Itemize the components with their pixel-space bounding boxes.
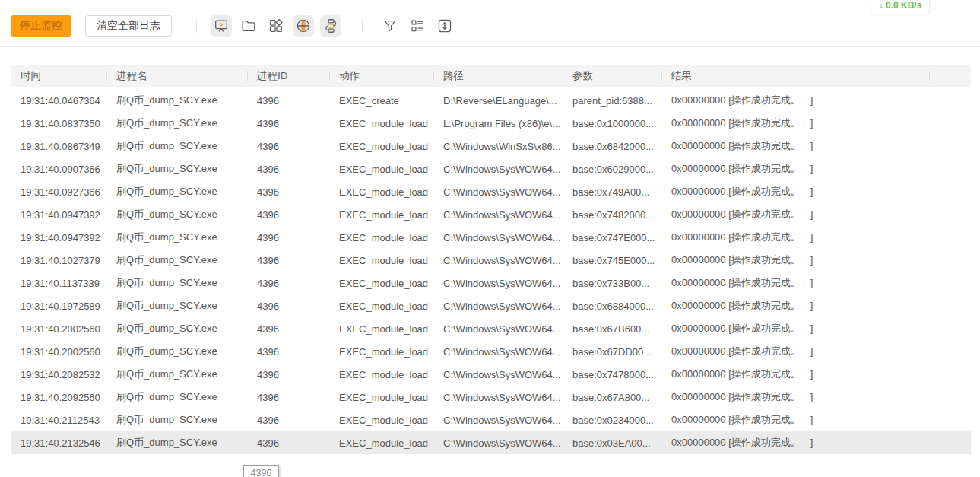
cell-result: 0x00000000 [操作成功完成。 ] [661,162,971,176]
column-header-params[interactable]: 参数 [563,65,661,87]
cell-params: base:0x1000000... [563,118,661,129]
table-row[interactable]: 19:31:40.0467364刷Q币_dump_SCY.exe4396EXEC… [11,89,971,112]
cell-action: EXEC_module_load [329,232,433,243]
table-row[interactable]: 19:31:40.2082532刷Q币_dump_SCY.exe4396EXEC… [11,363,971,386]
cell-action: EXEC_module_load [329,415,433,426]
table-row[interactable]: 19:31:40.2112543刷Q币_dump_SCY.exe4396EXEC… [11,409,971,431]
cell-process: 刷Q币_dump_SCY.exe [106,390,247,404]
table-row[interactable]: 19:31:40.0947392刷Q币_dump_SCY.exe4396EXEC… [11,203,971,226]
cell-pid: 4396 [247,232,329,243]
cell-path: C:\Windows\SysWOW64... [433,369,563,380]
cell-time: 19:31:40.0837350 [11,118,106,129]
cell-params: base:0x67B600... [563,323,661,335]
cell-action: EXEC_module_load [329,323,433,335]
cell-time: 19:31:40.1137339 [11,278,106,289]
cell-pid: 4396 [247,392,329,403]
column-header-filler [929,65,971,87]
cell-process: 刷Q币_dump_SCY.exe [106,208,247,221]
column-header-pid[interactable]: 进程ID [247,65,329,87]
table-row[interactable]: 19:31:40.1027379刷Q币_dump_SCY.exe4396EXEC… [11,249,971,272]
cell-time: 19:31:40.0947392 [11,209,106,221]
toolbar-divider [196,20,197,33]
cell-pid: 4396 [247,186,329,198]
cell-process: 刷Q币_dump_SCY.exe [106,436,247,450]
table-row[interactable]: 19:31:40.2132546刷Q币_dump_SCY.exe4396EXEC… [11,431,971,454]
cell-params: base:0x67A800... [563,392,661,403]
table-row[interactable]: 19:31:40.0867349刷Q币_dump_SCY.exe4396EXEC… [11,135,971,157]
cell-path: C:\Windows\SysWOW64... [433,415,563,426]
cell-process: 刷Q币_dump_SCY.exe [106,162,247,176]
toolbar-divider [362,20,363,33]
table-row[interactable]: 19:31:40.0947392刷Q币_dump_SCY.exe4396EXEC… [11,226,971,249]
cell-params: base:0x6029000... [563,164,661,175]
auto-scroll-button[interactable] [434,15,455,37]
network-speed-badge: ↓ 0.0 KB/s [871,0,930,14]
cell-time: 19:31:40.0947392 [11,232,106,243]
cell-action: EXEC_module_load [329,141,433,152]
table-row[interactable]: 19:31:40.1137339刷Q币_dump_SCY.exe4396EXEC… [11,272,971,294]
cell-process: 刷Q币_dump_SCY.exe [106,139,247,153]
cell-params: base:0x0234000... [563,415,661,426]
components-monitor-button[interactable] [265,15,287,37]
network-monitor-button[interactable] [293,15,314,37]
cell-result: 0x00000000 [操作成功完成。 ] [661,322,971,335]
components-icon [268,17,284,34]
cell-action: EXEC_module_load [329,346,433,358]
cell-params: parent_pid:6388... [563,95,661,107]
column-header-time[interactable]: 时间 [11,65,106,87]
column-header-process[interactable]: 进程名 [106,65,247,87]
cell-result: 0x00000000 [操作成功完成。 ] [661,276,971,290]
table-row[interactable]: 19:31:40.2002560刷Q币_dump_SCY.exe4396EXEC… [11,317,971,340]
cell-params: base:0x7478000... [563,369,661,380]
cell-time: 19:31:40.2082532 [11,369,106,380]
expand-vertical-icon [436,17,453,34]
cell-action: EXEC_module_load [329,186,433,198]
table-row[interactable]: 19:31:40.0927366刷Q币_dump_SCY.exe4396EXEC… [11,180,971,203]
cell-action: EXEC_module_load [329,164,433,175]
file-monitor-button[interactable] [238,15,259,37]
cell-time: 19:31:40.2112543 [11,415,106,426]
screen-monitor-button[interactable] [211,15,232,37]
clear-logs-button[interactable]: 清空全部日志 [85,15,172,37]
cell-time: 19:31:40.1972589 [11,301,106,312]
filter-button[interactable] [379,15,401,37]
table-row[interactable]: 19:31:40.0837350刷Q币_dump_SCY.exe4396EXEC… [11,112,971,135]
detail-list-button[interactable] [407,15,428,37]
table-row[interactable]: 19:31:40.1972589刷Q币_dump_SCY.exe4396EXEC… [11,294,971,317]
cell-pid: 4396 [247,437,329,449]
table-row[interactable]: 19:31:40.2092560刷Q币_dump_SCY.exe4396EXEC… [11,386,971,409]
cell-params: base:0x7482000... [563,209,661,221]
column-header-result[interactable]: 结果 [661,65,929,87]
pid-tooltip: 4396 [243,465,279,477]
table-row[interactable]: 19:31:40.2002560刷Q币_dump_SCY.exe4396EXEC… [11,340,971,363]
stop-monitor-button[interactable]: 停止监控 [11,15,71,37]
column-header-action[interactable]: 动作 [329,65,433,87]
cell-process: 刷Q币_dump_SCY.exe [106,299,247,313]
cell-path: L:\Program Files (x86)\e\... [433,118,563,129]
cell-process: 刷Q币_dump_SCY.exe [106,276,247,290]
behavior-flow-button[interactable] [320,15,341,37]
cell-time: 19:31:40.0467364 [11,95,106,107]
table-header: 时间 进程名 进程ID 动作 路径 参数 结果 [11,65,971,87]
cell-result: 0x00000000 [操作成功完成。 ] [661,253,971,267]
cell-result: 0x00000000 [操作成功完成。 ] [661,208,971,221]
cell-process: 刷Q币_dump_SCY.exe [106,413,247,427]
table-row[interactable]: 19:31:40.0907366刷Q币_dump_SCY.exe4396EXEC… [11,157,971,180]
log-table-body: 19:31:40.0467364刷Q币_dump_SCY.exe4396EXEC… [11,89,971,454]
cell-pid: 4396 [247,209,329,221]
cell-process: 刷Q币_dump_SCY.exe [106,253,247,267]
cell-path: C:\Windows\SysWOW64... [433,392,563,403]
cell-action: EXEC_module_load [329,278,433,289]
cell-result: 0x00000000 [操作成功完成。 ] [661,185,971,199]
cell-pid: 4396 [247,95,329,107]
cell-params: base:0x6842000... [563,141,661,152]
presentation-board-icon [213,17,230,34]
cell-result: 0x00000000 [操作成功完成。 ] [661,116,971,130]
cell-path: C:\Windows\SysWOW64... [433,164,563,175]
cell-pid: 4396 [247,369,329,380]
cell-pid: 4396 [247,346,329,358]
cell-params: base:0x67DD00... [563,346,661,358]
cell-time: 19:31:40.2002560 [11,346,106,358]
cell-path: C:\Windows\SysWOW64... [433,301,563,312]
column-header-path[interactable]: 路径 [433,65,563,87]
